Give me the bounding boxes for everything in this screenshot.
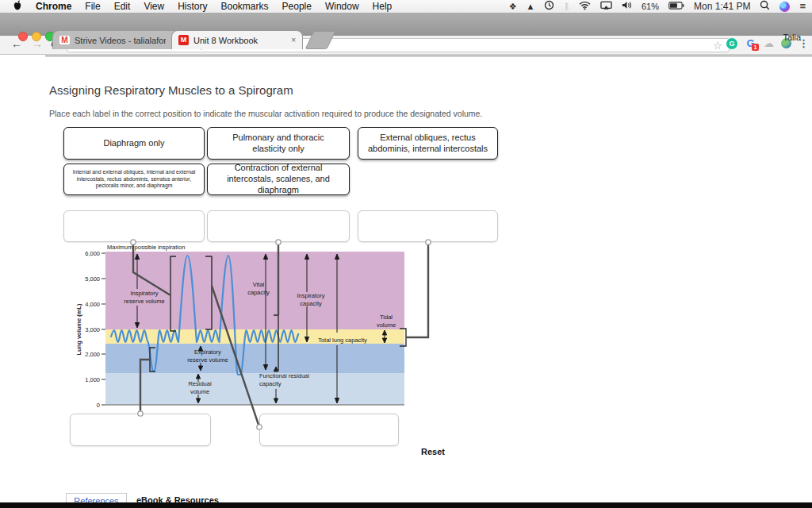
chrome-tab-bar: M Strive Videos - talialaforest@tr × M U…	[0, 13, 812, 36]
menu-people[interactable]: People	[282, 1, 312, 12]
menu-chrome[interactable]: Chrome	[36, 1, 71, 12]
screen-bottom-bar	[0, 502, 812, 508]
spotlight-search-icon[interactable]	[760, 0, 770, 13]
bracket-deep-exhale	[150, 348, 155, 371]
drop-zone-2[interactable]	[207, 210, 350, 242]
irv-label2: reserve volume	[124, 298, 164, 305]
menu-bookmarks[interactable]: Bookmarks	[221, 1, 269, 12]
menu-clock[interactable]: Mon 1:41 PM	[694, 1, 750, 12]
google-extension-icon[interactable]: G1	[745, 37, 756, 49]
tab-unit8-workbook[interactable]: M Unit 8 Workbook ×	[171, 30, 303, 49]
battery-percent: 61%	[642, 2, 659, 11]
macos-menu-bar: Chrome File Edit View History Bookmarks …	[0, 0, 812, 13]
bracket-peak1-right	[205, 256, 212, 329]
drag-label-pulmonary-elasticity[interactable]: Pulmonary and thoracic elasticity only	[207, 127, 350, 160]
tv-label: Tidal	[380, 314, 393, 321]
tab-title: Strive Videos - talialaforest@tr	[75, 36, 166, 45]
window-minimize-button[interactable]	[32, 32, 41, 41]
time-machine-icon[interactable]	[544, 0, 554, 13]
menu-help[interactable]: Help	[373, 1, 393, 12]
status-icons: ❖ ▲ ᛒ 61% Mon 1:41 PM ≡	[509, 0, 806, 13]
menu-window[interactable]: Window	[325, 1, 359, 12]
window-close-button[interactable]	[18, 32, 28, 41]
rv-label: Residual	[188, 380, 212, 387]
tlc-label: Total lung capacity	[318, 337, 367, 344]
connector-lines	[133, 242, 428, 427]
ytick-4000: 4,000	[85, 301, 100, 308]
reset-button[interactable]: Reset	[421, 447, 445, 456]
drop-zone-5[interactable]	[259, 414, 399, 446]
ytick-1000: 1,000	[85, 376, 100, 383]
bracket-mid	[274, 315, 278, 371]
grammarly-extension-icon[interactable]: G	[726, 38, 737, 49]
connector-dots	[131, 240, 431, 429]
gmail-favicon: M	[59, 36, 70, 44]
dropbox-icon[interactable]: ❖	[509, 0, 517, 13]
drop-zone-4[interactable]	[70, 414, 211, 446]
divider	[45, 56, 812, 56]
menu-history[interactable]: History	[178, 1, 207, 12]
connector-drop1	[133, 242, 170, 295]
menu-file[interactable]: File	[85, 1, 100, 12]
drag-label-external-obliques[interactable]: External obliques, rectus abdominis, int…	[358, 127, 498, 160]
ytick-0: 0	[97, 402, 100, 409]
connector-drop5	[212, 286, 259, 427]
drag-label-all-muscles[interactable]: Internal and external obliques, internal…	[63, 164, 205, 195]
tv-label2: volume	[377, 321, 396, 329]
brackets	[150, 256, 406, 371]
volume-icon[interactable]	[622, 1, 632, 12]
screen: Chrome File Edit View History Bookmarks …	[0, 0, 812, 508]
ytick-5000: 5,000	[85, 275, 100, 283]
irv-label: Inspiratory	[130, 290, 158, 297]
mheducation-favicon: M	[178, 35, 189, 45]
airplay-display-icon[interactable]	[600, 1, 612, 13]
drop-zone-3[interactable]	[358, 210, 498, 242]
apple-logo-icon[interactable]	[13, 0, 22, 13]
ytick-3000: 3,000	[85, 326, 100, 333]
erv-label2: reserve volume	[187, 356, 228, 364]
connector-drop4	[140, 360, 150, 414]
frc-label2: capacity	[259, 380, 282, 387]
spirogram-trace	[111, 256, 298, 375]
y-axis: 6,000 5,000 4,000 3,000 2,000 1,000 0 Lu…	[75, 250, 105, 409]
bracket-peak1-left	[170, 256, 176, 331]
tab-strive-videos[interactable]: M Strive Videos - talialaforest@tr ×	[52, 30, 182, 49]
drag-label-diaphragm-only[interactable]: Diaphragm only	[63, 127, 205, 160]
chart-labels: Inspiratory reserve volume Vital capacit…	[124, 281, 396, 395]
bluetooth-icon[interactable]: ᛒ	[564, 0, 569, 13]
measure-arrows	[135, 254, 386, 403]
ic-label2: capacity	[300, 300, 322, 307]
bookmark-star-icon[interactable]: ☆	[713, 40, 722, 52]
page-title: Assigning Respiratory Muscles to a Spiro…	[49, 83, 293, 97]
rv-label2: volume	[190, 388, 209, 395]
ytick-6000: 6,000	[85, 250, 100, 257]
drop-zone-1[interactable]	[63, 210, 205, 242]
bracket-tidal-band	[400, 329, 406, 346]
vc-label: Vital	[253, 281, 265, 288]
ytick-2000: 2,000	[85, 351, 100, 358]
frc-label: Functional residual	[259, 372, 309, 379]
max-inspiration-label: Maximum possible inspiration	[107, 244, 185, 251]
vc-label2: capacity	[247, 289, 270, 296]
tab-close-icon[interactable]: ×	[291, 36, 296, 44]
y-axis-title: Lung volume (mL)	[75, 303, 82, 355]
wifi-icon[interactable]	[579, 1, 591, 13]
siri-icon[interactable]	[779, 2, 790, 12]
instruction-text: Place each label in the correct position…	[49, 109, 482, 118]
battery-icon	[668, 1, 684, 12]
ic-label: Inspiratory	[297, 292, 324, 299]
erv-label: Expiratory	[194, 348, 221, 356]
google-drive-icon[interactable]: ▲	[527, 0, 535, 13]
notification-center-icon[interactable]: ≡	[799, 0, 806, 13]
menu-edit[interactable]: Edit	[114, 1, 131, 12]
extension-badge: 1	[752, 44, 759, 51]
cloud-extension-icon[interactable]: ☁	[764, 37, 774, 49]
menu-items: Chrome File Edit View History Bookmarks …	[0, 0, 392, 13]
volume-bands	[105, 252, 404, 405]
tab-title: Unit 8 Workbook	[193, 36, 286, 45]
drag-label-external-intercostals[interactable]: Contraction of external intercostals, sc…	[207, 164, 350, 195]
chrome-profile-name[interactable]: Talia	[783, 33, 801, 42]
menu-view[interactable]: View	[144, 1, 164, 12]
connector-drop3	[406, 242, 428, 337]
